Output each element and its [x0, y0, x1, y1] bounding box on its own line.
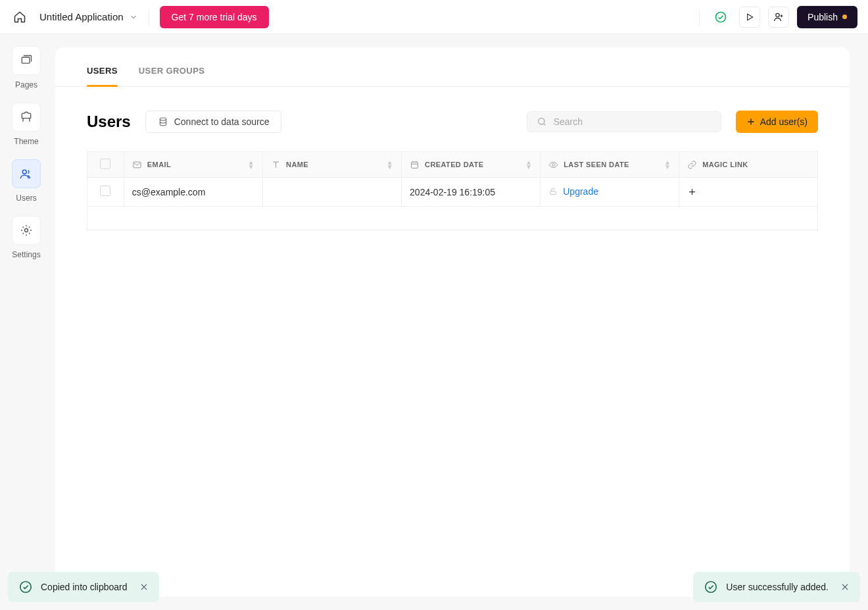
lock-open-icon: [548, 187, 558, 196]
toast-clipboard: Copied into clipboard: [8, 572, 159, 602]
trial-button[interactable]: Get 7 more trial days: [160, 6, 269, 28]
search-input[interactable]: [554, 116, 711, 127]
tab-user-groups[interactable]: USER GROUPS: [139, 47, 205, 86]
sidebar-item-label: Settings: [12, 250, 40, 259]
toast-close-button[interactable]: [840, 582, 850, 592]
app-title-dropdown[interactable]: Untitled Application: [39, 11, 138, 22]
column-label: MAGIC LINK: [702, 161, 748, 168]
table-footer: [87, 207, 818, 230]
users-icon: [12, 159, 41, 188]
mail-icon: [132, 160, 142, 170]
column-label: CREATED DATE: [425, 161, 483, 168]
publish-button[interactable]: Publish: [797, 6, 857, 28]
toast-message: User successfully added.: [726, 582, 829, 592]
svg-point-6: [538, 118, 544, 124]
connect-label: Connect to data source: [174, 116, 270, 127]
check-circle-icon: [18, 580, 33, 594]
divider: [149, 9, 149, 25]
tab-users[interactable]: USERS: [87, 47, 118, 86]
table-row[interactable]: cs@example.com 2024-02-19 16:19:05 Upgra…: [87, 178, 818, 207]
connect-data-source-button[interactable]: Connect to data source: [145, 111, 282, 133]
add-user-label: Add user(s): [760, 116, 808, 127]
close-icon: [139, 582, 149, 592]
link-icon: [687, 160, 697, 170]
sort-icon: ▲▼: [248, 160, 254, 169]
sidebar-item-theme[interactable]: Theme: [12, 103, 41, 146]
checkbox-icon: [100, 186, 110, 196]
publish-label: Publish: [808, 12, 838, 22]
search-icon: [537, 116, 547, 127]
toast-close-button[interactable]: [139, 582, 149, 592]
svg-point-11: [20, 582, 32, 593]
svg-rect-2: [22, 57, 30, 63]
checkbox-icon: [100, 159, 110, 169]
users-table: EMAIL ▲▼ NAME ▲▼: [87, 151, 818, 207]
calendar-icon: [410, 160, 420, 170]
page-title: Users: [87, 113, 131, 131]
svg-point-4: [25, 229, 28, 232]
plus-icon: [687, 187, 697, 197]
upgrade-link[interactable]: Upgrade: [548, 186, 598, 197]
svg-point-1: [776, 13, 779, 16]
divider: [699, 9, 700, 25]
chevron-down-icon: [129, 13, 138, 22]
sidebar-item-label: Theme: [14, 137, 38, 146]
database-icon: [158, 116, 168, 127]
toast-user-added: User successfully added.: [693, 572, 860, 602]
sidebar: Pages Theme Users Settings: [0, 34, 53, 610]
row-checkbox[interactable]: [87, 178, 124, 207]
column-name[interactable]: NAME ▲▼: [263, 152, 402, 178]
text-icon: [271, 160, 281, 170]
settings-icon: [12, 216, 41, 245]
tabs: USERS USER GROUPS: [55, 47, 850, 87]
cell-last-seen: Upgrade: [541, 178, 679, 207]
play-icon: [744, 12, 755, 22]
svg-point-12: [706, 582, 717, 593]
preview-button[interactable]: [739, 7, 760, 28]
svg-point-0: [716, 12, 726, 22]
person-plus-icon: [773, 11, 784, 23]
add-user-button[interactable]: Add user(s): [736, 111, 818, 133]
column-label: NAME: [286, 161, 308, 168]
status-button[interactable]: [710, 7, 731, 28]
close-icon: [840, 582, 850, 592]
search-field[interactable]: [527, 111, 721, 132]
theme-icon: [12, 103, 41, 132]
home-button[interactable]: [11, 8, 29, 26]
check-circle-icon: [704, 580, 718, 594]
column-created-date[interactable]: CREATED DATE ▲▼: [402, 152, 541, 178]
svg-rect-10: [550, 191, 556, 194]
sort-icon: ▲▼: [387, 160, 393, 169]
share-button[interactable]: [768, 7, 789, 28]
plus-icon: [746, 117, 756, 126]
app-title: Untitled Application: [39, 11, 124, 22]
sidebar-item-settings[interactable]: Settings: [12, 216, 41, 259]
status-dot-icon: [842, 14, 847, 19]
sort-icon: ▲▼: [664, 160, 671, 169]
eye-icon: [548, 160, 558, 170]
svg-point-3: [22, 170, 26, 174]
pages-icon: [12, 46, 41, 75]
column-email[interactable]: EMAIL ▲▼: [124, 152, 262, 178]
column-label: LAST SEEN DATE: [564, 161, 629, 168]
sort-icon: ▲▼: [525, 160, 532, 169]
cell-created-date: 2024-02-19 16:19:05: [402, 178, 541, 207]
sidebar-item-label: Pages: [15, 80, 37, 89]
upgrade-label: Upgrade: [563, 186, 598, 197]
column-last-seen[interactable]: LAST SEEN DATE ▲▼: [541, 152, 679, 178]
select-all-header[interactable]: [87, 152, 124, 178]
svg-rect-8: [412, 162, 418, 168]
column-label: EMAIL: [147, 161, 171, 168]
top-bar: Untitled Application Get 7 more trial da…: [0, 0, 868, 34]
sidebar-item-users[interactable]: Users: [12, 159, 41, 203]
svg-point-5: [160, 118, 166, 120]
cell-magic-link-add[interactable]: [679, 178, 818, 207]
check-circle-icon: [714, 11, 727, 24]
sidebar-item-pages[interactable]: Pages: [12, 46, 41, 89]
cell-name: [263, 178, 402, 207]
sidebar-item-label: Users: [16, 193, 36, 203]
content-card: USERS USER GROUPS Users Connect to data …: [55, 47, 850, 597]
cell-email: cs@example.com: [124, 178, 262, 207]
column-magic-link[interactable]: MAGIC LINK: [679, 152, 818, 178]
toast-message: Copied into clipboard: [41, 582, 128, 592]
